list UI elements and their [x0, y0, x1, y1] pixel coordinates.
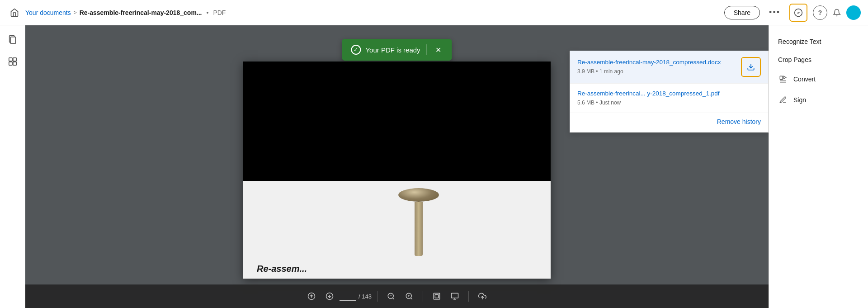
download-item-2-name[interactable]: Re-assemble-freerincal... y-2018_compres…	[577, 90, 761, 97]
screw-visual	[392, 188, 446, 261]
sign-tool[interactable]: Sign	[769, 90, 868, 110]
breadcrumb: Your documents > Re-assemble-freerincal-…	[25, 9, 226, 16]
svg-rect-18	[451, 293, 458, 298]
svg-rect-23	[780, 76, 783, 80]
svg-line-13	[410, 298, 412, 299]
help-button[interactable]: ?	[813, 5, 827, 20]
main-layout: Re-assem... ✓ Your PDF is ready ✕	[0, 25, 868, 308]
breadcrumb-parent[interactable]: Your documents	[25, 9, 71, 16]
toast-message: Your PDF is ready	[365, 46, 420, 54]
downloads-panel: Re-assemble-freerincal-may-2018_compress…	[570, 51, 769, 133]
remove-history-row: Remove history	[570, 113, 768, 132]
download-item-2: Re-assemble-freerincal... y-2018_compres…	[570, 84, 768, 113]
page-text-bottom: Re-assem...	[257, 264, 307, 274]
downloads-button[interactable]	[789, 4, 807, 22]
left-sidebar	[0, 25, 25, 308]
remove-history-button[interactable]: Remove history	[717, 118, 761, 125]
crop-pages-tool[interactable]: Crop Pages	[769, 51, 868, 69]
page-total: / 143	[359, 293, 372, 300]
svg-rect-17	[435, 294, 439, 298]
breadcrumb-type: PDF	[213, 9, 226, 16]
toolbar-separator-1	[377, 291, 377, 302]
download-item-2-meta: 5.6 MB • Just now	[577, 100, 621, 106]
breadcrumb-dot: •	[207, 9, 209, 16]
breadcrumb-current: Re-assemble-freerincal-may-2018_com...	[80, 9, 202, 16]
pdf-page-image: Re-assem...	[243, 62, 551, 279]
convert-tool[interactable]: Convert	[769, 69, 868, 90]
svg-rect-16	[434, 293, 440, 299]
toast-close-button[interactable]: ✕	[434, 46, 443, 54]
screw-shaft	[415, 202, 423, 256]
header-right: Share ••• ?	[724, 4, 861, 22]
screw-head	[398, 188, 439, 202]
convert-icon	[778, 74, 788, 84]
notifications-button[interactable]	[833, 9, 841, 17]
toast-divider	[427, 44, 427, 55]
svg-rect-5	[9, 62, 12, 65]
svg-rect-2	[10, 37, 15, 44]
bottom-toolbar: 1 / 143	[25, 284, 769, 308]
presentation-button[interactable]	[447, 288, 463, 304]
zoom-in-button[interactable]	[401, 288, 417, 304]
download-item-1: Re-assemble-freerincal-may-2018_compress…	[570, 51, 768, 84]
zoom-out-button[interactable]	[383, 288, 399, 304]
recognize-text-tool[interactable]: Recognize Text	[769, 33, 868, 51]
download-item-1-name[interactable]: Re-assemble-freerincal-may-2018_compress…	[577, 59, 741, 66]
download-item-1-meta: 3.9 MB • 1 min ago	[577, 68, 623, 75]
scroll-up-button[interactable]	[303, 288, 320, 304]
toast-notification: ✓ Your PDF is ready ✕	[342, 39, 452, 61]
svg-rect-6	[13, 62, 16, 65]
upload-button[interactable]	[474, 288, 491, 304]
tools-panel: Recognize Text Crop Pages Convert Sign	[769, 25, 868, 308]
svg-rect-4	[13, 58, 16, 61]
header: Your documents > Re-assemble-freerincal-…	[0, 0, 868, 25]
svg-line-10	[392, 298, 394, 299]
download-item-1-button[interactable]	[741, 57, 761, 77]
toolbar-separator-3	[468, 291, 469, 302]
convert-label: Convert	[793, 76, 816, 83]
fit-page-button[interactable]	[429, 288, 445, 304]
sign-label: Sign	[793, 96, 806, 104]
share-button[interactable]: Share	[724, 6, 760, 19]
sidebar-thumbnails-icon[interactable]	[4, 52, 22, 71]
breadcrumb-separator: >	[74, 9, 77, 16]
pdf-page: Re-assem...	[243, 62, 551, 279]
home-button[interactable]	[7, 5, 22, 20]
sidebar-pages-icon[interactable]	[4, 31, 22, 49]
toolbar-separator-2	[423, 291, 423, 302]
more-options-button[interactable]: •••	[765, 6, 784, 19]
header-left: Your documents > Re-assemble-freerincal-…	[7, 5, 724, 20]
pdf-content-area: Re-assem... ✓ Your PDF is ready ✕	[25, 25, 769, 308]
download-item-1-info: Re-assemble-freerincal-may-2018_compress…	[577, 59, 741, 75]
avatar[interactable]	[846, 5, 861, 20]
scroll-down-button[interactable]	[321, 288, 338, 304]
toast-check-icon: ✓	[351, 45, 361, 55]
svg-rect-3	[9, 58, 12, 61]
sign-icon	[778, 95, 788, 105]
page-number-input[interactable]: 1	[340, 292, 356, 301]
